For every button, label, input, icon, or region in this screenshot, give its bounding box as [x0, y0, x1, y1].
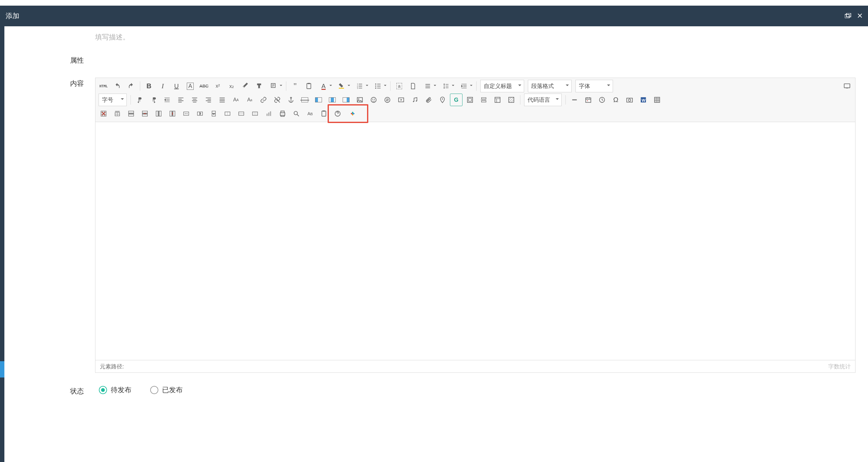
status-label: 状态	[70, 385, 95, 396]
anchor-button[interactable]	[285, 94, 297, 106]
preview-button[interactable]	[290, 107, 303, 120]
delete-row-button[interactable]	[138, 107, 151, 120]
spechars-button[interactable]: Ω	[610, 94, 622, 106]
autotypeset-button[interactable]	[267, 80, 283, 92]
merge-cells-button[interactable]	[180, 107, 192, 120]
delete-table-button[interactable]	[97, 107, 110, 120]
split-cols-button[interactable]	[249, 107, 261, 120]
back-color-button[interactable]	[335, 80, 351, 92]
xiumi-button[interactable]	[346, 107, 359, 120]
drafts-button[interactable]	[318, 107, 330, 120]
fore-color-button[interactable]: A	[316, 80, 333, 92]
code-language-dropdown[interactable]: 代码语言	[524, 94, 562, 106]
fullscreen-button[interactable]	[841, 80, 853, 92]
insert-col-button[interactable]	[152, 107, 165, 120]
background-button[interactable]	[505, 94, 518, 106]
row-spacing-button[interactable]	[421, 80, 437, 92]
insert-video-button[interactable]	[395, 94, 407, 106]
horizontal-rule-button[interactable]	[568, 94, 581, 106]
paste-plain-button[interactable]	[303, 80, 315, 92]
radio-icon	[99, 386, 107, 394]
gmap-button[interactable]: G	[450, 94, 463, 106]
delete-col-button[interactable]	[166, 107, 179, 120]
undo-button[interactable]	[111, 80, 124, 92]
ordered-list-button[interactable]: 123	[353, 80, 370, 92]
rtl-button[interactable]	[147, 94, 160, 106]
emotion-button[interactable]	[367, 94, 380, 106]
date-button[interactable]	[582, 94, 594, 106]
outdent-button[interactable]	[161, 94, 173, 106]
template-button[interactable]	[491, 94, 504, 106]
svg-rect-48	[197, 112, 199, 116]
remove-format-button[interactable]	[239, 80, 252, 92]
custom-style-dropdown[interactable]: 自定义标题	[480, 80, 524, 92]
insert-image-button[interactable]	[353, 94, 366, 106]
print-button[interactable]	[276, 107, 289, 120]
music-button[interactable]	[409, 94, 421, 106]
svg-point-24	[442, 98, 443, 99]
subscript-button[interactable]: x₂	[225, 80, 238, 92]
align-left-button[interactable]	[175, 94, 187, 106]
font-border-button[interactable]: A	[184, 80, 196, 92]
pagebreak-button[interactable]	[477, 94, 490, 106]
font-size-dropdown[interactable]: 字号	[99, 94, 127, 106]
image-float-left-button[interactable]	[312, 94, 325, 106]
underline-button[interactable]: U	[170, 80, 183, 92]
insert-para-before-table-button[interactable]	[111, 107, 124, 120]
unlink-button[interactable]	[271, 94, 283, 106]
bold-button[interactable]: B	[143, 80, 155, 92]
tolowercase-button[interactable]: Aa	[243, 94, 256, 106]
format-match-button[interactable]	[253, 80, 265, 92]
searchreplace-button[interactable]: AB	[304, 107, 316, 120]
close-icon[interactable]	[857, 13, 862, 19]
superscript-button[interactable]: x²	[212, 80, 224, 92]
touppercase-button[interactable]: AA	[230, 94, 242, 106]
source-html-button[interactable]: HTML	[97, 80, 110, 92]
split-cells-button[interactable]	[221, 107, 234, 120]
editor-content-area[interactable]	[95, 122, 855, 360]
svg-rect-12	[844, 84, 850, 88]
scrawl-button[interactable]	[381, 94, 394, 106]
map-button[interactable]	[436, 94, 449, 106]
paragraph-dropdown[interactable]: 段落格式	[528, 80, 572, 92]
svg-rect-5	[339, 88, 344, 89]
svg-text:W: W	[642, 98, 646, 103]
status-published-radio[interactable]: 已发布	[150, 385, 183, 395]
unordered-list-button[interactable]	[371, 80, 388, 92]
snapscreen-button[interactable]	[623, 94, 636, 106]
merge-right-button[interactable]	[194, 107, 206, 120]
insert-frame-button[interactable]	[464, 94, 476, 106]
redo-button[interactable]	[125, 80, 137, 92]
wordimage-button[interactable]: W	[637, 94, 650, 106]
strikethrough-button[interactable]: ABC	[198, 80, 210, 92]
blockquote-button[interactable]: "	[289, 80, 301, 92]
charts-button[interactable]	[262, 107, 275, 120]
ltr-button[interactable]	[133, 94, 146, 106]
italic-button[interactable]: I	[156, 80, 169, 92]
help-button[interactable]	[331, 107, 344, 120]
image-float-center-button[interactable]	[326, 94, 339, 106]
svg-rect-44	[158, 111, 160, 117]
align-right-button[interactable]	[202, 94, 215, 106]
link-button[interactable]	[257, 94, 270, 106]
insert-table-button[interactable]	[651, 94, 663, 106]
merge-down-button[interactable]	[208, 107, 220, 120]
status-pending-radio[interactable]: 待发布	[99, 385, 131, 395]
split-rows-button[interactable]	[235, 107, 248, 120]
maximize-icon[interactable]	[845, 13, 851, 19]
indent-button[interactable]	[457, 80, 474, 92]
clear-doc-button[interactable]	[407, 80, 419, 92]
svg-rect-3	[307, 84, 311, 89]
image-float-none-button[interactable]	[299, 94, 311, 106]
insert-row-button[interactable]	[125, 107, 137, 120]
time-button[interactable]	[596, 94, 608, 106]
line-height-button[interactable]	[439, 80, 456, 92]
align-justify-button[interactable]	[216, 94, 228, 106]
description-placeholder[interactable]: 填写描述。	[95, 33, 856, 42]
word-count-label[interactable]: 字数统计	[828, 363, 851, 370]
attachment-button[interactable]	[423, 94, 435, 106]
select-all-button[interactable]: a	[393, 80, 405, 92]
image-float-right-button[interactable]	[340, 94, 352, 106]
align-center-button[interactable]	[188, 94, 201, 106]
font-family-dropdown[interactable]: 字体	[576, 80, 613, 92]
